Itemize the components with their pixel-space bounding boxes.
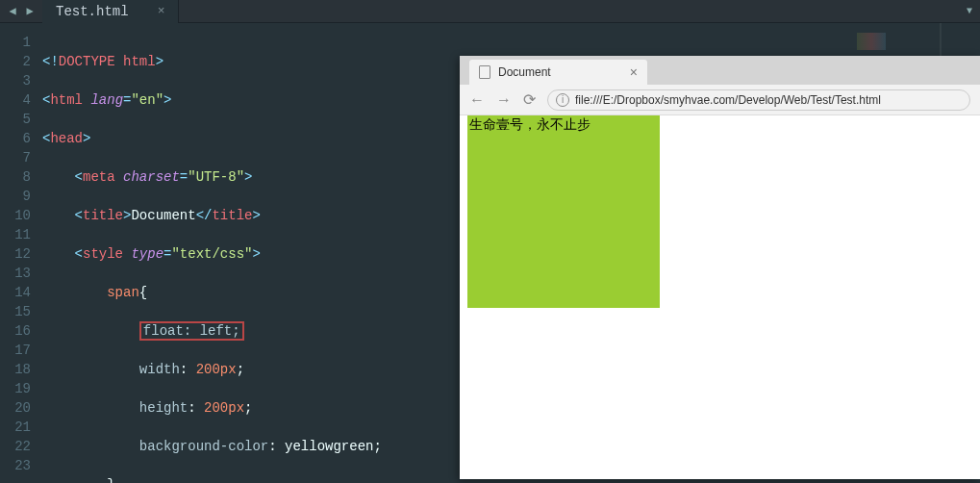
attr: type (131, 246, 163, 262)
watermark-text: 亿速云 (932, 460, 972, 477)
back-icon[interactable]: ← (469, 91, 485, 109)
line-number: 4 (0, 90, 31, 110)
line-number: 2 (0, 52, 31, 71)
line-number: 8 (0, 167, 31, 187)
selector: span (107, 285, 139, 300)
line-number: 18 (0, 360, 31, 379)
line-number: 20 (0, 398, 31, 418)
css-float: float: left; (143, 323, 240, 339)
editor-header: ◀ ▶ Test.html × ▼ (0, 0, 980, 23)
nav-arrows: ◀ ▶ (0, 4, 42, 18)
editor-tab-label: Test.html (56, 4, 129, 19)
minimap-icon (857, 33, 886, 50)
nav-forward-icon[interactable]: ▶ (23, 4, 37, 18)
doctype: DOCTYPE html (59, 54, 156, 69)
line-number: 1 (0, 33, 31, 52)
line-number: 3 (0, 71, 31, 90)
line-number: 17 (0, 341, 31, 360)
close-icon[interactable]: × (158, 4, 165, 18)
line-number: 11 (0, 225, 31, 244)
line-number: 14 (0, 283, 31, 302)
address-bar[interactable]: i file:///E:/Dropbox/smyhvae.com/Develop… (547, 89, 970, 111)
line-number: 23 (0, 456, 31, 475)
tag: style (83, 246, 123, 262)
css-val: yellowgreen (285, 439, 373, 454)
tag: head (50, 131, 83, 146)
nav-back-icon[interactable]: ◀ (6, 4, 19, 18)
url-text: file:///E:/Dropbox/smyhvae.com/Develop/W… (575, 93, 881, 107)
css-prop: height (139, 400, 188, 416)
line-number: 15 (0, 302, 31, 321)
tag: title (83, 208, 123, 223)
line-number: 9 (0, 187, 31, 206)
tag: title (212, 208, 252, 223)
line-number: 22 (0, 437, 31, 456)
browser-tab[interactable]: Document × (469, 60, 647, 85)
title-text: Document (131, 208, 195, 223)
browser-toolbar: ← → ⟳ i file:///E:/Dropbox/smyhvae.com/D… (460, 85, 980, 115)
line-number: 7 (0, 148, 31, 167)
header-right: ▼ (967, 6, 980, 16)
highlighted-line: float: left; (139, 321, 244, 341)
attr-val: "UTF-8" (188, 169, 244, 185)
css-prop: width (139, 362, 180, 377)
browser-tabstrip: Document × (460, 56, 980, 85)
code-area[interactable]: <!DOCTYPE html> <html lang="en"> <head> … (38, 23, 382, 483)
attr-val: "en" (131, 92, 163, 108)
browser-tab-label: Document (498, 65, 622, 79)
tag: html (50, 92, 83, 108)
rendered-span: 生命壹号，永不止步 (467, 115, 660, 308)
file-icon (479, 65, 490, 79)
info-icon[interactable]: i (556, 93, 569, 107)
css-val: 200px (196, 362, 237, 377)
attr: lang (90, 92, 123, 108)
chevron-down-icon[interactable]: ▼ (967, 6, 972, 16)
line-gutter: 1 2 3 4 5 6 7 8 9 10 11 12 13 14 15 16 1… (0, 23, 38, 483)
line-number: 10 (0, 206, 31, 225)
line-number: 12 (0, 244, 31, 264)
attr: charset (123, 169, 180, 185)
attr-val: "text/css" (171, 246, 252, 262)
css-val: 200px (204, 400, 244, 416)
watermark: 亿速云 (901, 460, 972, 477)
line-number: 16 (0, 321, 31, 341)
reload-icon[interactable]: ⟳ (523, 90, 536, 109)
line-number: 6 (0, 129, 31, 148)
editor-tab[interactable]: Test.html × (42, 0, 179, 23)
line-number: 21 (0, 418, 31, 437)
line-number: 19 (0, 379, 31, 398)
browser-window: Document × ← → ⟳ i file:///E:/Dropbox/sm… (460, 56, 980, 479)
line-number: 5 (0, 110, 31, 129)
tag: meta (83, 169, 115, 185)
forward-icon[interactable]: → (496, 91, 512, 109)
css-prop: background-color (139, 439, 268, 454)
browser-viewport: 生命壹号，永不止步 (460, 115, 980, 479)
line-number: 13 (0, 264, 31, 283)
close-icon[interactable]: × (630, 64, 638, 80)
cloud-icon (901, 460, 928, 477)
